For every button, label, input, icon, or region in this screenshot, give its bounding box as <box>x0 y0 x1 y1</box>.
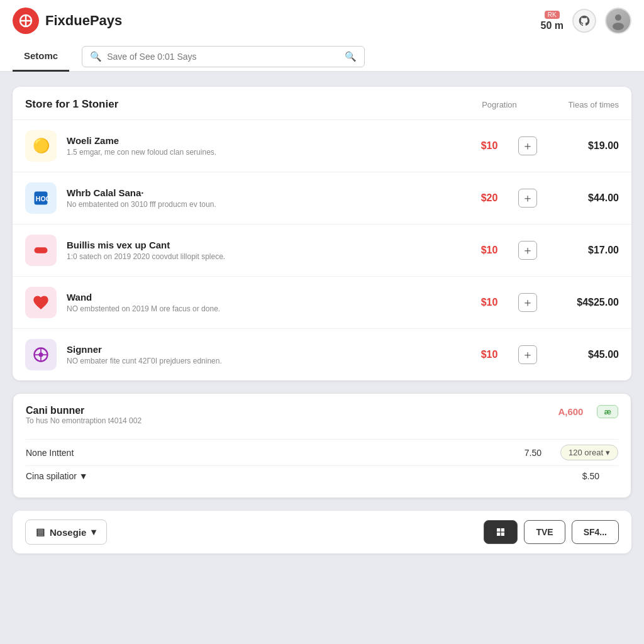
table-row: 🟡 Woeli Zame 1.5 emgar, me con new folou… <box>13 120 631 172</box>
time-badge: RK 50 m <box>541 11 564 31</box>
item-name-1: Whrb Calal Sana· <box>67 187 464 198</box>
table-row: Signner NO embater fite cunt 42Γ0Ι prejd… <box>13 329 631 380</box>
github-button[interactable] <box>572 9 596 33</box>
item-icon-0: 🟡 <box>25 130 57 162</box>
item-price-4: $10 <box>464 349 514 360</box>
cart-header-left: Cani bunner To hus No emontraption t4014… <box>26 405 142 434</box>
item-icon-4 <box>25 339 57 370</box>
header: FixduePays RK 50 m <box>0 0 644 42</box>
logo-area: FixduePays <box>13 8 122 34</box>
cart-amount: A,600 <box>558 406 583 417</box>
item-name-2: Buillis mis vex up Cant <box>67 240 464 250</box>
search-icon-left: 🔍 <box>90 51 102 62</box>
col-pogration: Pogration <box>462 100 537 109</box>
cart-line-1: Cina spilatior ▼ $.50 <box>26 465 618 486</box>
item-total-2: $17.00 <box>537 245 619 256</box>
sf4-button[interactable]: SF4... <box>572 520 619 544</box>
item-info-1: Whrb Calal Sana· No embatented on 3010 f… <box>67 187 464 209</box>
item-info-0: Woeli Zame 1.5 emgar, me con new foloud … <box>67 135 464 157</box>
cart-line-0: None Inttent 7.50 120 oreat ▾ <box>26 439 618 465</box>
svg-rect-12 <box>497 528 500 531</box>
add-btn-1[interactable]: ＋ <box>518 189 537 208</box>
nosegie-label: Nosegie <box>50 527 86 538</box>
bottom-right-buttons: TVE SF4... <box>484 520 619 544</box>
cart-section: Cani bunner To hus No emontraption t4014… <box>13 393 631 498</box>
store-section: Store for 1 Stonier Pogration Tieas of t… <box>13 87 631 380</box>
cart-badge: æ <box>597 405 618 418</box>
chevron-down-icon: ▾ <box>606 448 610 457</box>
item-total-1: $44.00 <box>537 192 619 204</box>
item-name-3: Wand <box>67 292 464 303</box>
nosegie-icon: ▤ <box>36 526 45 538</box>
search-icon-right[interactable]: 🔍 <box>345 51 357 62</box>
tve-button[interactable]: TVE <box>524 520 565 544</box>
dark-icon-button[interactable] <box>484 520 518 544</box>
item-info-3: Wand NO embstented on 2019 M ore facus o… <box>67 292 464 313</box>
time-badge-label: RK <box>545 11 560 19</box>
cart-title: Cani bunner <box>26 405 142 416</box>
add-btn-2[interactable]: ＋ <box>518 241 537 260</box>
table-row: HOCG Whrb Calal Sana· No embatented on 3… <box>13 172 631 225</box>
item-price-2: $10 <box>464 245 514 256</box>
item-name-0: Woeli Zame <box>67 135 464 146</box>
item-desc-0: 1.5 emgar, me con new foloud clan seruin… <box>67 148 464 157</box>
add-btn-0[interactable]: ＋ <box>518 136 537 155</box>
navbar: Setomc 🔍 🔍 <box>0 42 644 72</box>
item-price-0: $10 <box>464 140 514 152</box>
item-desc-3: NO embstented on 2019 M ore facus or don… <box>67 304 464 313</box>
cart-line-value-0: 7.50 <box>525 448 541 458</box>
item-info-2: Buillis mis vex up Cant 1:0 satech on 20… <box>67 240 464 261</box>
main-content: Store for 1 Stonier Pogration Tieas of t… <box>0 72 644 569</box>
item-price-3: $10 <box>464 297 514 308</box>
header-right: RK 50 m <box>541 8 631 34</box>
svg-point-3 <box>615 14 621 21</box>
item-total-4: $45.00 <box>537 349 619 360</box>
cart-line-label-0: None Inttent <box>26 448 525 458</box>
item-icon-2 <box>25 235 57 266</box>
app-name: FixduePays <box>45 13 122 29</box>
table-row: Wand NO embstented on 2019 M ore facus o… <box>13 277 631 329</box>
item-desc-4: NO embater fite cunt 42Γ0Ι prejduers edn… <box>67 357 464 365</box>
table-row: Buillis mis vex up Cant 1:0 satech on 20… <box>13 225 631 277</box>
item-info-4: Signner NO embater fite cunt 42Γ0Ι prejd… <box>67 344 464 365</box>
svg-rect-14 <box>497 533 500 536</box>
svg-rect-13 <box>501 528 504 531</box>
nav-tab-setomc[interactable]: Setomc <box>13 42 69 72</box>
cart-subtitle: To hus No emontraption t4014 002 <box>26 416 142 425</box>
time-value: 50 m <box>541 20 564 31</box>
item-icon-1: HOCG <box>25 182 57 214</box>
search-bar: 🔍 🔍 <box>82 46 365 67</box>
item-name-4: Signner <box>67 344 464 355</box>
item-total-3: $4$25.00 <box>537 297 619 308</box>
add-btn-3[interactable]: ＋ <box>518 293 537 312</box>
cart-line-label-1[interactable]: Cina spilatior ▼ <box>26 471 582 481</box>
cart-line-value-1: $.50 <box>582 471 599 481</box>
item-total-0: $19.00 <box>537 140 619 152</box>
cart-line-select-0[interactable]: 120 oreat ▾ <box>560 445 618 460</box>
item-price-1: $20 <box>464 192 514 204</box>
select-text: 120 oreat <box>569 448 603 457</box>
store-title: Store for 1 Stonier <box>25 98 462 111</box>
svg-point-4 <box>613 23 624 30</box>
avatar[interactable] <box>605 8 631 34</box>
item-desc-2: 1:0 satech on 2019 2020 coovdut lillopit… <box>67 252 464 261</box>
svg-point-11 <box>39 353 43 357</box>
item-desc-1: No embatented on 3010 fff producm ev tou… <box>67 200 464 209</box>
col-tieas: Tieas of times <box>537 100 619 109</box>
logo-icon <box>13 8 39 34</box>
search-input[interactable] <box>107 52 340 62</box>
svg-rect-15 <box>501 533 504 536</box>
cart-header: Cani bunner To hus No emontraption t4014… <box>26 405 618 434</box>
item-icon-3 <box>25 287 57 318</box>
bottom-bar: ▤ Nosegie ▾ TVE SF4... <box>13 511 631 553</box>
add-btn-4[interactable]: ＋ <box>518 345 537 364</box>
svg-text:HOCG: HOCG <box>36 195 50 203</box>
chevron-down-icon: ▾ <box>91 526 96 538</box>
svg-rect-7 <box>35 247 48 253</box>
store-header: Store for 1 Stonier Pogration Tieas of t… <box>13 87 631 120</box>
nosegie-button[interactable]: ▤ Nosegie ▾ <box>25 519 107 545</box>
